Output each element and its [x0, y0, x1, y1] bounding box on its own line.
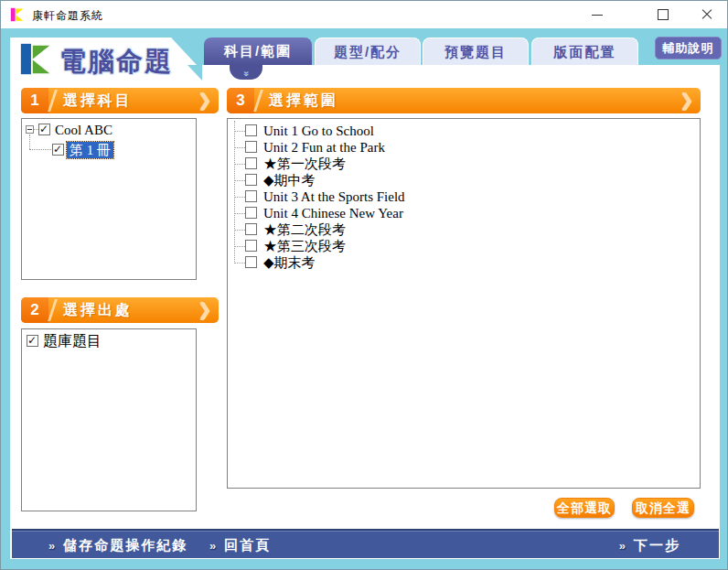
subject-volume-label[interactable]: 第 1 冊: [67, 142, 113, 158]
tree-collapse-toggle[interactable]: [26, 125, 34, 134]
range-item-checkbox[interactable]: [245, 207, 257, 219]
step1-title: 選擇科目: [63, 88, 133, 113]
subject-root-checkbox[interactable]: [38, 124, 50, 135]
next-step-link[interactable]: »下一步: [619, 531, 680, 560]
banner-separator: [48, 90, 58, 112]
range-item-checkbox[interactable]: [245, 157, 257, 169]
deselect-all-button[interactable]: 取消全選: [632, 498, 694, 518]
app-window: 康軒命題系統 電腦命題 科目/範圍 題型/配分 預覽題目 版面配置 » 輔助說明…: [0, 0, 728, 570]
app-logo-icon: [10, 7, 25, 22]
subject-volume-checkbox[interactable]: [52, 144, 64, 156]
close-button[interactable]: [691, 1, 723, 28]
active-tab-pointer: »: [230, 64, 262, 80]
range-item-label[interactable]: Unit 2 Fun at the Park: [263, 139, 385, 156]
step3-banner: 3 選擇範圍 ❯: [227, 88, 701, 113]
range-item-label[interactable]: ★第二次段考: [263, 221, 346, 238]
help-button[interactable]: 輔助說明: [655, 37, 722, 59]
step2-number: 2: [21, 297, 48, 323]
tab-preview[interactable]: 預覽題目: [423, 38, 529, 65]
range-item-label[interactable]: Unit 3 At the Sports Field: [263, 188, 405, 205]
chevron-down-icon: »: [241, 70, 252, 76]
step3-number: 3: [227, 88, 254, 113]
arrow-right-icon: »: [209, 539, 218, 553]
step3-title: 選擇範圍: [269, 88, 338, 113]
range-item-label[interactable]: ◆期中考: [263, 172, 316, 188]
range-item-checkbox[interactable]: [245, 256, 257, 268]
range-item-label[interactable]: ◆期末考: [263, 254, 316, 271]
maximize-button[interactable]: [648, 1, 679, 28]
maximize-icon: [658, 9, 669, 20]
home-link[interactable]: »回首頁: [209, 531, 271, 560]
range-item-label[interactable]: Unit 4 Chinese New Year: [263, 205, 403, 221]
range-item-checkbox[interactable]: [245, 174, 257, 186]
range-item-checkbox[interactable]: [245, 240, 257, 252]
range-item-checkbox[interactable]: [245, 141, 257, 153]
chevron-right-icon: ❯: [198, 90, 211, 112]
brand-k-icon: [19, 42, 53, 76]
range-item-label[interactable]: Unit 1 Go to School: [263, 123, 374, 139]
range-item-label[interactable]: ★第一次段考: [263, 156, 346, 172]
chevron-right-icon: ❯: [680, 90, 693, 112]
tab-subject-range[interactable]: 科目/範圍: [204, 38, 312, 65]
window-title: 康軒命題系統: [32, 8, 103, 24]
app-title: 電腦命題: [59, 44, 173, 81]
tab-layout[interactable]: 版面配置: [531, 38, 638, 65]
range-item-label[interactable]: ★第三次段考: [263, 238, 346, 254]
arrow-right-icon: »: [48, 539, 57, 553]
source-item-checkbox[interactable]: [27, 335, 38, 347]
minimize-icon: [592, 15, 603, 16]
range-item-checkbox[interactable]: [245, 190, 257, 202]
save-record-link[interactable]: »儲存命題操作紀錄: [48, 531, 187, 560]
range-item-checkbox[interactable]: [245, 124, 257, 136]
step1-number: 1: [21, 88, 48, 113]
range-item-checkbox[interactable]: [245, 223, 257, 235]
select-all-button[interactable]: 全部選取: [554, 498, 615, 518]
chevron-right-icon: ❯: [198, 299, 211, 321]
minimize-button[interactable]: [582, 1, 613, 28]
step2-title: 選擇出處: [63, 297, 133, 323]
subject-tree-box: Cool ABC 第 1 冊: [21, 118, 197, 280]
subject-root-label[interactable]: Cool ABC: [55, 122, 112, 138]
range-list-box: Unit 1 Go to School Unit 2 Fun at the Pa…: [227, 118, 701, 489]
banner-separator: [253, 90, 263, 112]
arrow-right-icon: »: [619, 539, 627, 553]
step2-banner: 2 選擇出處 ❯: [21, 297, 219, 323]
source-list-box: 題庫題目: [21, 328, 197, 511]
step1-banner: 1 選擇科目 ❯: [21, 88, 219, 113]
source-item-label[interactable]: 題庫題目: [43, 333, 102, 350]
list-item: ◆期末考: [228, 256, 700, 273]
banner-separator: [48, 299, 58, 321]
title-bar: 康軒命題系統: [1, 1, 728, 28]
tab-question-type[interactable]: 題型/配分: [315, 38, 421, 65]
footer-bar: »儲存命題操作紀錄 »回首頁 »下一步: [12, 529, 719, 558]
